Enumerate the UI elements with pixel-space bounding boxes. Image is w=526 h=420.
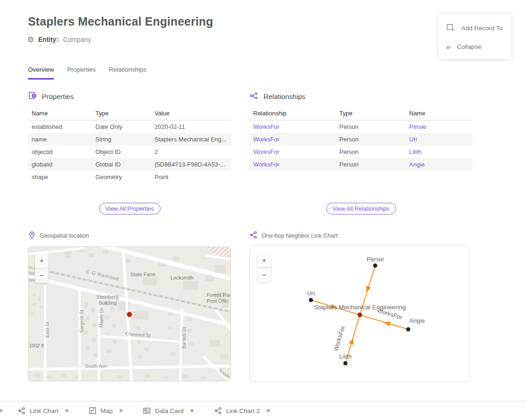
view-all-properties-button[interactable]: View All Properties [99, 203, 161, 214]
column-header-relationship: Relationship [250, 107, 336, 120]
table-row: WorksFor Person Persie [250, 120, 472, 133]
property-type: Date Only [92, 120, 151, 133]
data-card-icon [28, 91, 37, 102]
section-title: Relationships [263, 93, 305, 100]
entity-link[interactable]: Angie [405, 158, 472, 171]
edge-label-worksfor-lilith: WorksFor [332, 325, 346, 352]
tab-relationships[interactable]: Relationships [109, 66, 147, 80]
geospatial-map[interactable]: C G Railroad State Farm Locksmith rbour … [28, 247, 231, 381]
geospatial-section-header: Geospatial location [28, 231, 89, 240]
menu-item-add-record[interactable]: Add Record To [438, 18, 511, 38]
map-pin-icon [28, 231, 35, 240]
table-row: shape Geometry Point [28, 171, 231, 183]
property-value: 2020-02-11 [151, 120, 231, 133]
map-icon [89, 407, 96, 414]
properties-table: Name Type Value established Date Only 20… [28, 107, 231, 183]
map-label-south-ave: South Ave [85, 363, 107, 369]
close-icon[interactable]: ✕ [266, 407, 270, 414]
column-header-name: Name [28, 107, 92, 120]
one-hop-link-chart[interactable]: WorksFor WorksFor Persie Uri Angie Lilit… [250, 246, 470, 382]
view-all-relationships-button[interactable]: View All Relationships [326, 203, 396, 214]
node-persie[interactable] [373, 264, 378, 268]
properties-section: Properties Name Type Value established D… [28, 91, 231, 214]
menu-item-collapse[interactable]: » Collapse [438, 38, 511, 55]
node-label-center: Staplers Mechanical Engineering [314, 304, 405, 311]
table-row: WorksFor Person Lilith [250, 146, 472, 158]
node-label-lilith: Lilith [339, 353, 352, 360]
property-name: name [28, 133, 92, 146]
property-value: 2 [151, 146, 231, 158]
map-label-steinberg-2: Building [98, 300, 116, 306]
view-tab-label: Link Chart 2 [226, 407, 260, 414]
relationship-link[interactable]: WorksFor [250, 120, 336, 133]
column-header-type: Type [336, 107, 405, 120]
property-value: {5D9B4713-F98D-4A53-... [151, 158, 231, 171]
column-header-name: Name [405, 107, 472, 120]
entity-link[interactable]: Uri [405, 133, 472, 146]
node-angie[interactable] [406, 327, 411, 332]
table-row: WorksFor Person Angie [250, 158, 472, 171]
relationship-link[interactable]: WorksFor [250, 146, 336, 158]
entity-color-dot [28, 37, 34, 42]
entity-value: Company [63, 36, 91, 43]
node-uri[interactable] [309, 298, 313, 302]
zoom-in-button[interactable]: + [35, 253, 48, 268]
view-tab-data-card[interactable]: Data Card ✕ [143, 407, 195, 414]
chart-zoom-control: + − [257, 253, 271, 282]
basemap: C G Railroad State Farm Locksmith rbour … [28, 247, 231, 381]
add-record-icon [446, 23, 455, 33]
zoom-in-button[interactable]: + [257, 253, 271, 267]
property-name: globalid [28, 158, 92, 171]
view-tab-label: Map [101, 407, 113, 414]
context-menu: Add Record To » Collapse [438, 14, 511, 59]
close-icon[interactable]: ✕ [190, 407, 195, 414]
close-icon[interactable]: ✕ [119, 407, 123, 414]
close-icon[interactable]: ✕ [65, 407, 69, 414]
table-row: globalid Global ID {5D9B4713-F98D-4A53-.… [28, 158, 231, 171]
view-tab-map[interactable]: Map ✕ [89, 407, 123, 414]
entity-link[interactable]: Lilith [405, 146, 472, 158]
link-chart-canvas: WorksFor WorksFor Persie Uri Angie Lilit… [250, 246, 470, 382]
map-label-locksmith: Locksmith [170, 275, 194, 280]
relationship-link[interactable]: WorksFor [250, 158, 336, 171]
column-header-value: Value [151, 107, 231, 120]
entity-link[interactable]: Persie [405, 120, 472, 133]
entity-row: Entity: Company [28, 36, 91, 43]
relationship-link[interactable]: WorksFor [250, 133, 336, 146]
data-card-page: Staplers Mechanical Engineering Entity: … [0, 0, 526, 420]
map-label-sargent-st: Sargent St [79, 310, 84, 333]
table-header-row: Relationship Type Name [250, 107, 472, 120]
link-chart-icon [18, 407, 26, 414]
close-icon[interactable]: ✕ [0, 407, 3, 414]
map-scale-text: 1002 ft [29, 343, 44, 348]
relationships-icon [250, 92, 259, 101]
map-label-steinberg-1: Steinberg [96, 294, 118, 300]
view-tab-link-chart[interactable]: Link Chart ✕ [18, 407, 69, 414]
relationship-type: Person [336, 133, 405, 146]
map-zoom-control: + − [35, 253, 48, 283]
double-chevron-right-icon: » [446, 44, 450, 50]
tab-overview[interactable]: Overview [28, 66, 54, 80]
zoom-out-button[interactable]: − [257, 268, 271, 282]
map-label-bartlett-dr: Bartlett Dr [181, 327, 187, 349]
view-tab-link-chart-2[interactable]: Link Chart 2 ✕ [214, 407, 271, 414]
property-value: Point [151, 171, 231, 183]
link-chart-icon [214, 407, 222, 414]
menu-item-label: Add Record To [461, 25, 503, 32]
property-type: String [92, 133, 151, 146]
section-title: Geospatial location [40, 233, 89, 239]
relationship-type: Person [336, 146, 405, 158]
zoom-out-button[interactable]: − [35, 268, 48, 283]
relationships-table: Relationship Type Name WorksFor Person P… [250, 107, 472, 171]
map-entity-marker[interactable] [127, 312, 132, 317]
node-label-persie: Persie [367, 256, 384, 263]
node-lilith[interactable] [344, 361, 348, 366]
node-label-angie: Angie [409, 317, 425, 324]
map-label-forest-2: Post Offic [207, 298, 229, 304]
node-label-uri: Uri [307, 290, 315, 297]
tab-properties[interactable]: Properties [67, 66, 96, 80]
entity-label: Entity: [38, 36, 59, 43]
page-title: Staplers Mechanical Engineering [28, 15, 213, 28]
map-label-east-st: East St [44, 322, 50, 338]
node-center-company[interactable] [357, 313, 362, 317]
